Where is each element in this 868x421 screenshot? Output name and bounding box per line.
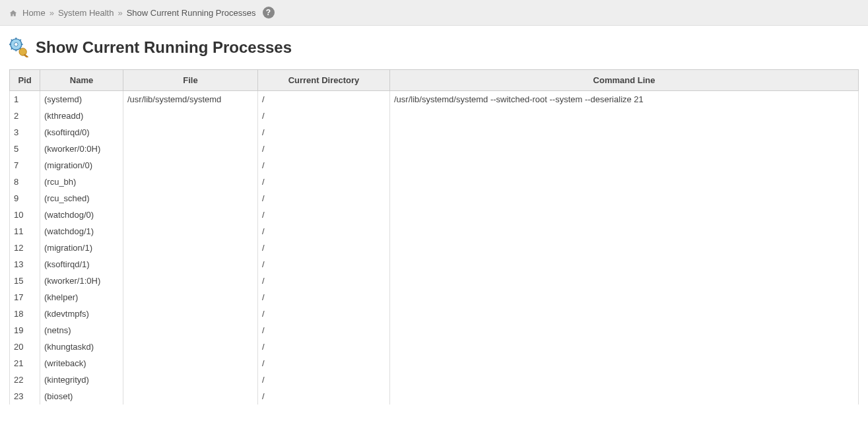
cell-pid: 19 [10, 322, 40, 339]
table-row[interactable]: 17(khelper)/ [10, 289, 859, 306]
table-row[interactable]: 12(migration/1)/ [10, 240, 859, 256]
svg-line-9 [20, 40, 21, 41]
cell-cwd: / [258, 306, 390, 322]
cell-pid: 23 [10, 388, 40, 405]
breadcrumb-section[interactable]: System Health [58, 8, 114, 18]
table-row[interactable]: 1(systemd)/usr/lib/systemd/systemd//usr/… [10, 91, 859, 108]
cell-name: (kworker/1:0H) [40, 273, 123, 289]
cell-pid: 5 [10, 141, 40, 157]
cell-cmd [390, 322, 859, 339]
breadcrumb-current: Show Current Running Processes [127, 8, 256, 18]
cell-cmd [390, 157, 859, 174]
cell-name: (ksoftirqd/0) [40, 124, 123, 141]
cell-name: (watchdog/1) [40, 223, 123, 240]
cell-file [123, 157, 258, 174]
cell-cmd [390, 124, 859, 141]
cell-file: /usr/lib/systemd/systemd [123, 91, 258, 108]
cell-pid: 11 [10, 223, 40, 240]
table-row[interactable]: 2(kthreadd)/ [10, 108, 859, 124]
cell-cmd [390, 256, 859, 273]
cell-file [123, 108, 258, 124]
cell-cmd [390, 174, 859, 190]
cell-pid: 8 [10, 174, 40, 190]
table-row[interactable]: 3(ksoftirqd/0)/ [10, 124, 859, 141]
cell-file [123, 289, 258, 306]
cell-file [123, 124, 258, 141]
cell-cmd [390, 207, 859, 223]
cell-file [123, 273, 258, 289]
cell-name: (systemd) [40, 91, 123, 108]
cell-cmd [390, 355, 859, 372]
breadcrumb-separator: » [50, 8, 54, 18]
cell-file [123, 223, 258, 240]
cell-cwd: / [258, 240, 390, 256]
svg-line-8 [11, 48, 13, 49]
svg-line-6 [11, 40, 13, 41]
cell-pid: 12 [10, 240, 40, 256]
cell-cwd: / [258, 372, 390, 388]
table-row[interactable]: 7(migration/0)/ [10, 157, 859, 174]
cell-cmd [390, 240, 859, 256]
table-row[interactable]: 13(ksoftirqd/1)/ [10, 256, 859, 273]
cell-cmd [390, 190, 859, 207]
cell-pid: 18 [10, 306, 40, 322]
table-row[interactable]: 15(kworker/1:0H)/ [10, 273, 859, 289]
cell-cwd: / [258, 141, 390, 157]
cell-name: (rcu_bh) [40, 174, 123, 190]
cell-cwd: / [258, 322, 390, 339]
cell-name: (kthreadd) [40, 108, 123, 124]
cell-cmd [390, 141, 859, 157]
cell-cwd: / [258, 339, 390, 355]
col-header-cwd[interactable]: Current Directory [258, 70, 390, 91]
table-row[interactable]: 10(watchdog/0)/ [10, 207, 859, 223]
table-row[interactable]: 8(rcu_bh)/ [10, 174, 859, 190]
table-row[interactable]: 5(kworker/0:0H)/ [10, 141, 859, 157]
cell-pid: 13 [10, 256, 40, 273]
help-icon[interactable]: ? [263, 7, 275, 18]
col-header-name[interactable]: Name [40, 70, 123, 91]
cell-file [123, 322, 258, 339]
cell-pid: 2 [10, 108, 40, 124]
cell-name: (rcu_sched) [40, 190, 123, 207]
table-row[interactable]: 11(watchdog/1)/ [10, 223, 859, 240]
cell-file [123, 207, 258, 223]
col-header-cmd[interactable]: Command Line [390, 70, 859, 91]
cell-pid: 3 [10, 124, 40, 141]
cell-pid: 22 [10, 372, 40, 388]
cell-cwd: / [258, 388, 390, 405]
cell-cmd [390, 289, 859, 306]
col-header-pid[interactable]: Pid [10, 70, 40, 91]
cell-cwd: / [258, 289, 390, 306]
page-title: Show Current Running Processes [36, 38, 292, 57]
breadcrumb-home[interactable]: Home [22, 8, 46, 18]
cell-file [123, 339, 258, 355]
table-row[interactable]: 22(kintegrityd)/ [10, 372, 859, 388]
col-header-file[interactable]: File [123, 70, 258, 91]
table-row[interactable]: 18(kdevtmpfs)/ [10, 306, 859, 322]
table-row[interactable]: 19(netns)/ [10, 322, 859, 339]
table-row[interactable]: 20(khungtaskd)/ [10, 339, 859, 355]
cell-name: (writeback) [40, 355, 123, 372]
cell-cwd: / [258, 256, 390, 273]
cell-cwd: / [258, 174, 390, 190]
cell-name: (ksoftirqd/1) [40, 256, 123, 273]
breadcrumb-separator: » [117, 8, 122, 18]
cell-cmd [390, 388, 859, 405]
cell-cwd: / [258, 190, 390, 207]
cell-pid: 7 [10, 157, 40, 174]
cell-cmd [390, 372, 859, 388]
cell-pid: 15 [10, 273, 40, 289]
svg-point-1 [15, 43, 18, 47]
home-icon [9, 9, 17, 17]
cell-pid: 17 [10, 289, 40, 306]
cell-cmd: /usr/lib/systemd/systemd --switched-root… [390, 91, 859, 108]
cell-name: (kintegrityd) [40, 372, 123, 388]
table-row[interactable]: 9(rcu_sched)/ [10, 190, 859, 207]
cell-cwd: / [258, 207, 390, 223]
cell-file [123, 141, 258, 157]
table-row[interactable]: 21(writeback)/ [10, 355, 859, 372]
table-row[interactable]: 23(bioset)/ [10, 388, 859, 405]
cell-name: (migration/0) [40, 157, 123, 174]
cell-pid: 10 [10, 207, 40, 223]
cell-name: (kworker/0:0H) [40, 141, 123, 157]
